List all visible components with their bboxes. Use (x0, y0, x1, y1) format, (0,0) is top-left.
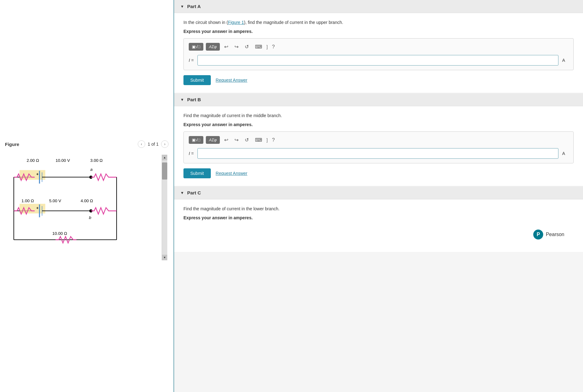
keyboard-button-b[interactable]: ⌨ (253, 136, 264, 144)
svg-text:10.00 Ω: 10.00 Ω (52, 231, 67, 236)
svg-text:1.00 Ω: 1.00 Ω (21, 198, 34, 203)
help-button-b[interactable]: ? (270, 136, 277, 144)
part-a-section: ▼ Part A In the circuit shown in (Figure… (174, 0, 583, 93)
part-a-btn-row: Submit Request Answer (183, 75, 574, 85)
part-b-title: Part B (187, 97, 201, 102)
nav-prev-button[interactable]: ‹ (138, 140, 145, 148)
template-button-a[interactable]: ▣√□ (189, 43, 203, 51)
pearson-brand-name: Pearson (546, 232, 564, 237)
figure-header: Figure ‹ 1 of 1 › (0, 137, 174, 152)
part-b-answer-input[interactable] (197, 148, 558, 159)
figure-link-a[interactable]: Figure 1 (228, 20, 244, 25)
symbol-button-a[interactable]: ΑΣφ (206, 43, 220, 51)
part-a-collapse-icon[interactable]: ▼ (180, 4, 184, 9)
part-a-submit-button[interactable]: Submit (183, 75, 211, 85)
help-button-a[interactable]: ? (270, 43, 277, 51)
scroll-up-arrow[interactable]: ▲ (162, 155, 167, 160)
part-a-question: In the circuit shown in (Figure 1), find… (183, 19, 574, 26)
svg-text:5.00 V: 5.00 V (49, 198, 61, 203)
part-b-request-button[interactable]: Request Answer (216, 171, 248, 176)
svg-text:2.00 Ω: 2.00 Ω (27, 158, 39, 163)
part-b-header: ▼ Part B (174, 93, 583, 106)
part-b-express-label: Express your answer in amperes. (183, 122, 574, 127)
part-a-content: In the circuit shown in (Figure 1), find… (174, 13, 583, 93)
part-a-answer-label: I = (189, 58, 194, 63)
redo-button-a[interactable]: ↪ (233, 43, 240, 51)
part-b-question: Find the magnitude of current in the mid… (183, 112, 574, 119)
part-c-express-label: Express your answer in amperes. (183, 215, 574, 220)
part-b-answer-box: ▣√□ ΑΣφ ↩ ↪ ↺ ⌨ ] ? I = A (183, 131, 574, 163)
svg-text:3.00 Ω: 3.00 Ω (90, 158, 103, 163)
scrollbar-thumb[interactable] (162, 162, 167, 180)
part-b-answer-label: I = (189, 151, 194, 156)
scroll-area: ▲ ▼ 2.00 Ω 10.00 V a 3.00 Ω + (6, 155, 167, 260)
svg-text:4.00 Ω: 4.00 Ω (81, 198, 93, 203)
part-a-title: Part A (187, 4, 201, 9)
redo-button-b[interactable]: ↪ (233, 136, 240, 144)
part-a-answer-unit: A (562, 58, 568, 63)
nav-next-button[interactable]: › (161, 140, 169, 148)
svg-text:+: + (36, 206, 39, 210)
undo-button-b[interactable]: ↩ (222, 136, 230, 144)
part-a-request-button[interactable]: Request Answer (216, 78, 248, 83)
part-b-btn-row: Submit Request Answer (183, 168, 574, 178)
bracket-b: ] (266, 138, 268, 143)
part-a-express-label: Express your answer in amperes. (183, 29, 574, 34)
part-a-answer-input[interactable] (197, 55, 558, 66)
part-c-question: Find the magnitude of current in the low… (183, 206, 574, 212)
part-b-answer-row: I = A (189, 148, 568, 159)
figure-title: Figure (5, 142, 19, 147)
scroll-down-arrow[interactable]: ▼ (162, 255, 167, 260)
part-a-answer-box: ▣√□ ΑΣφ ↩ ↪ ↺ ⌨ ] ? I = A (183, 38, 574, 70)
nav-count: 1 of 1 (148, 142, 159, 147)
scrollbar-track[interactable]: ▲ ▼ (162, 155, 167, 260)
circuit-diagram: 2.00 Ω 10.00 V a 3.00 Ω + (6, 155, 131, 251)
part-c-header: ▼ Part C (174, 186, 583, 199)
svg-text:10.00 V: 10.00 V (56, 158, 70, 163)
figure-nav: ‹ 1 of 1 › (138, 140, 169, 148)
svg-text:+: + (36, 172, 39, 176)
figure-container: ▲ ▼ 2.00 Ω 10.00 V a 3.00 Ω + (0, 152, 174, 392)
part-b-content: Find the magnitude of current in the mid… (174, 106, 583, 186)
part-b-toolbar: ▣√□ ΑΣφ ↩ ↪ ↺ ⌨ ] ? (189, 136, 568, 144)
part-a-answer-row: I = A (189, 55, 568, 66)
pearson-footer: P Pearson (183, 225, 574, 244)
part-b-section: ▼ Part B Find the magnitude of current i… (174, 93, 583, 186)
refresh-button-a[interactable]: ↺ (243, 43, 251, 51)
symbol-button-b[interactable]: ΑΣφ (206, 136, 220, 144)
pearson-logo-letter: P (537, 232, 540, 237)
refresh-button-b[interactable]: ↺ (243, 136, 251, 144)
part-b-collapse-icon[interactable]: ▼ (180, 98, 184, 102)
part-c-title: Part C (187, 190, 201, 195)
part-c-content: Find the magnitude of current in the low… (174, 199, 583, 252)
right-panel: ▼ Part A In the circuit shown in (Figure… (174, 0, 583, 392)
part-a-header: ▼ Part A (174, 0, 583, 13)
part-a-toolbar: ▣√□ ΑΣφ ↩ ↪ ↺ ⌨ ] ? (189, 43, 568, 51)
part-b-submit-button[interactable]: Submit (183, 168, 211, 178)
part-c-section: ▼ Part C Find the magnitude of current i… (174, 186, 583, 252)
svg-text:b: b (89, 215, 91, 220)
part-b-answer-unit: A (562, 151, 568, 156)
pearson-logo: P (533, 230, 543, 239)
bracket-a: ] (266, 44, 268, 49)
template-button-b[interactable]: ▣√□ (189, 136, 203, 144)
keyboard-button-a[interactable]: ⌨ (253, 43, 264, 51)
left-panel: Figure ‹ 1 of 1 › ▲ ▼ 2.00 Ω 10.00 V a 3… (0, 0, 174, 392)
part-c-collapse-icon[interactable]: ▼ (180, 191, 184, 195)
undo-button-a[interactable]: ↩ (222, 43, 230, 51)
